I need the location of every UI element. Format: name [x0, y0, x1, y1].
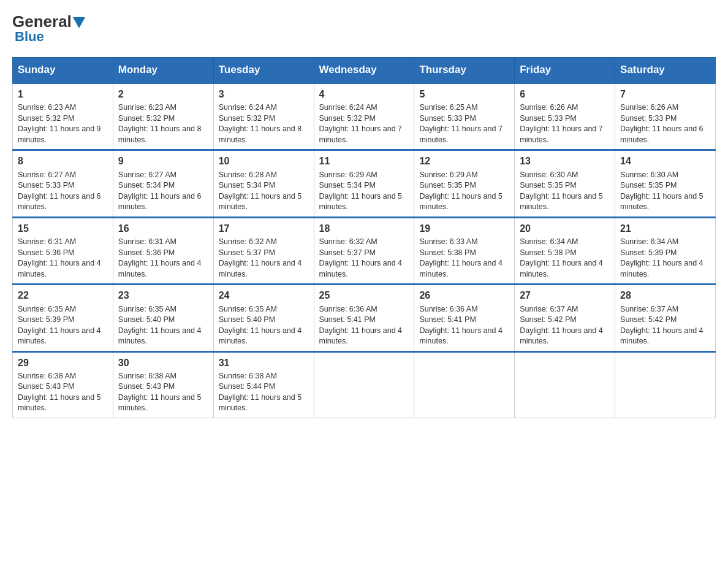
day-info: Sunrise: 6:24 AMSunset: 5:32 PMDaylight:… [219, 102, 309, 145]
calendar-day-cell: 14Sunrise: 6:30 AMSunset: 5:35 PMDayligh… [615, 150, 716, 217]
calendar-day-cell: 8Sunrise: 6:27 AMSunset: 5:33 PMDaylight… [13, 150, 113, 217]
day-info: Sunrise: 6:36 AMSunset: 5:41 PMDaylight:… [319, 304, 409, 347]
day-number: 21 [620, 222, 710, 236]
calendar-day-cell [515, 351, 615, 418]
calendar-table: SundayMondayTuesdayWednesdayThursdayFrid… [12, 57, 716, 418]
weekday-header-friday: Friday [515, 58, 615, 83]
day-info: Sunrise: 6:26 AMSunset: 5:33 PMDaylight:… [520, 102, 610, 145]
day-number: 29 [18, 356, 108, 370]
calendar-day-cell: 9Sunrise: 6:27 AMSunset: 5:34 PMDaylight… [113, 150, 213, 217]
weekday-header-thursday: Thursday [414, 58, 515, 83]
day-number: 14 [620, 155, 710, 168]
calendar-day-cell: 4Sunrise: 6:24 AMSunset: 5:32 PMDaylight… [314, 83, 414, 150]
calendar-day-cell: 21Sunrise: 6:34 AMSunset: 5:39 PMDayligh… [615, 217, 716, 284]
day-info: Sunrise: 6:29 AMSunset: 5:35 PMDaylight:… [419, 170, 509, 213]
day-number: 15 [18, 222, 108, 236]
day-info: Sunrise: 6:37 AMSunset: 5:42 PMDaylight:… [520, 304, 610, 347]
day-info: Sunrise: 6:32 AMSunset: 5:37 PMDaylight:… [219, 237, 309, 280]
calendar-week-row: 22Sunrise: 6:35 AMSunset: 5:39 PMDayligh… [13, 285, 716, 351]
day-info: Sunrise: 6:33 AMSunset: 5:38 PMDaylight:… [419, 237, 509, 280]
day-number: 9 [118, 155, 208, 168]
calendar-day-cell: 17Sunrise: 6:32 AMSunset: 5:37 PMDayligh… [213, 217, 314, 284]
weekday-header-row: SundayMondayTuesdayWednesdayThursdayFrid… [13, 58, 716, 83]
weekday-header-saturday: Saturday [615, 58, 716, 83]
day-number: 18 [319, 222, 409, 236]
day-number: 17 [219, 222, 309, 236]
calendar-day-cell: 1Sunrise: 6:23 AMSunset: 5:32 PMDaylight… [13, 83, 113, 150]
day-info: Sunrise: 6:36 AMSunset: 5:41 PMDaylight:… [419, 304, 509, 347]
day-number: 8 [18, 155, 108, 168]
day-number: 13 [520, 155, 610, 168]
weekday-header-sunday: Sunday [13, 58, 113, 83]
day-number: 28 [620, 289, 710, 302]
day-info: Sunrise: 6:35 AMSunset: 5:39 PMDaylight:… [18, 304, 108, 347]
calendar-day-cell: 30Sunrise: 6:38 AMSunset: 5:43 PMDayligh… [113, 351, 213, 418]
day-number: 7 [620, 88, 710, 101]
day-info: Sunrise: 6:37 AMSunset: 5:42 PMDaylight:… [620, 304, 710, 347]
calendar-day-cell [314, 351, 414, 418]
calendar-day-cell: 20Sunrise: 6:34 AMSunset: 5:38 PMDayligh… [515, 217, 615, 284]
day-info: Sunrise: 6:38 AMSunset: 5:44 PMDaylight:… [219, 371, 309, 414]
day-number: 26 [419, 289, 509, 302]
day-number: 19 [419, 222, 509, 236]
calendar-day-cell: 11Sunrise: 6:29 AMSunset: 5:34 PMDayligh… [314, 150, 414, 217]
calendar-day-cell: 10Sunrise: 6:28 AMSunset: 5:34 PMDayligh… [213, 150, 314, 217]
day-info: Sunrise: 6:23 AMSunset: 5:32 PMDaylight:… [18, 102, 108, 145]
day-info: Sunrise: 6:25 AMSunset: 5:33 PMDaylight:… [419, 102, 509, 145]
day-info: Sunrise: 6:34 AMSunset: 5:39 PMDaylight:… [620, 237, 710, 280]
day-info: Sunrise: 6:27 AMSunset: 5:34 PMDaylight:… [118, 170, 208, 213]
calendar-week-row: 1Sunrise: 6:23 AMSunset: 5:32 PMDaylight… [13, 83, 716, 150]
calendar-day-cell: 5Sunrise: 6:25 AMSunset: 5:33 PMDaylight… [414, 83, 515, 150]
day-info: Sunrise: 6:26 AMSunset: 5:33 PMDaylight:… [620, 102, 710, 145]
calendar-day-cell: 26Sunrise: 6:36 AMSunset: 5:41 PMDayligh… [414, 285, 515, 351]
calendar-day-cell: 2Sunrise: 6:23 AMSunset: 5:32 PMDaylight… [113, 83, 213, 150]
day-number: 6 [520, 88, 610, 101]
day-info: Sunrise: 6:32 AMSunset: 5:37 PMDaylight:… [319, 237, 409, 280]
day-number: 4 [319, 88, 409, 101]
weekday-header-wednesday: Wednesday [314, 58, 414, 83]
day-info: Sunrise: 6:23 AMSunset: 5:32 PMDaylight:… [118, 102, 208, 145]
calendar-week-row: 29Sunrise: 6:38 AMSunset: 5:43 PMDayligh… [13, 351, 716, 418]
day-number: 3 [219, 88, 309, 101]
day-info: Sunrise: 6:31 AMSunset: 5:36 PMDaylight:… [118, 237, 208, 280]
day-number: 2 [118, 88, 208, 101]
calendar-day-cell: 18Sunrise: 6:32 AMSunset: 5:37 PMDayligh… [314, 217, 414, 284]
calendar-day-cell: 31Sunrise: 6:38 AMSunset: 5:44 PMDayligh… [213, 351, 314, 418]
calendar-day-cell: 16Sunrise: 6:31 AMSunset: 5:36 PMDayligh… [113, 217, 213, 284]
day-number: 22 [18, 289, 108, 302]
day-info: Sunrise: 6:30 AMSunset: 5:35 PMDaylight:… [620, 170, 710, 213]
calendar-day-cell: 28Sunrise: 6:37 AMSunset: 5:42 PMDayligh… [615, 285, 716, 351]
calendar-day-cell: 22Sunrise: 6:35 AMSunset: 5:39 PMDayligh… [13, 285, 113, 351]
calendar-week-row: 8Sunrise: 6:27 AMSunset: 5:33 PMDaylight… [13, 150, 716, 217]
day-info: Sunrise: 6:38 AMSunset: 5:43 PMDaylight:… [118, 371, 208, 414]
calendar-day-cell: 15Sunrise: 6:31 AMSunset: 5:36 PMDayligh… [13, 217, 113, 284]
day-info: Sunrise: 6:34 AMSunset: 5:38 PMDaylight:… [520, 237, 610, 280]
weekday-header-monday: Monday [113, 58, 213, 83]
weekday-header-tuesday: Tuesday [213, 58, 314, 83]
calendar-day-cell: 27Sunrise: 6:37 AMSunset: 5:42 PMDayligh… [515, 285, 615, 351]
day-info: Sunrise: 6:31 AMSunset: 5:36 PMDaylight:… [18, 237, 108, 280]
calendar-day-cell: 12Sunrise: 6:29 AMSunset: 5:35 PMDayligh… [414, 150, 515, 217]
day-number: 23 [118, 289, 208, 302]
calendar-day-cell: 23Sunrise: 6:35 AMSunset: 5:40 PMDayligh… [113, 285, 213, 351]
day-number: 5 [419, 88, 509, 101]
calendar-week-row: 15Sunrise: 6:31 AMSunset: 5:36 PMDayligh… [13, 217, 716, 284]
calendar-day-cell: 25Sunrise: 6:36 AMSunset: 5:41 PMDayligh… [314, 285, 414, 351]
day-number: 12 [419, 155, 509, 168]
day-info: Sunrise: 6:35 AMSunset: 5:40 PMDaylight:… [219, 304, 309, 347]
calendar-day-cell: 6Sunrise: 6:26 AMSunset: 5:33 PMDaylight… [515, 83, 615, 150]
day-number: 10 [219, 155, 309, 168]
logo-triangle-icon [73, 17, 85, 28]
calendar-day-cell: 29Sunrise: 6:38 AMSunset: 5:43 PMDayligh… [13, 351, 113, 418]
day-number: 30 [118, 356, 208, 370]
day-number: 16 [118, 222, 208, 236]
day-info: Sunrise: 6:38 AMSunset: 5:43 PMDaylight:… [18, 371, 108, 414]
day-number: 24 [219, 289, 309, 302]
calendar-day-cell: 7Sunrise: 6:26 AMSunset: 5:33 PMDaylight… [615, 83, 716, 150]
page-header: General Blue [12, 12, 716, 45]
day-number: 31 [219, 356, 309, 370]
calendar-day-cell [615, 351, 716, 418]
day-number: 11 [319, 155, 409, 168]
day-number: 20 [520, 222, 610, 236]
calendar-day-cell: 13Sunrise: 6:30 AMSunset: 5:35 PMDayligh… [515, 150, 615, 217]
